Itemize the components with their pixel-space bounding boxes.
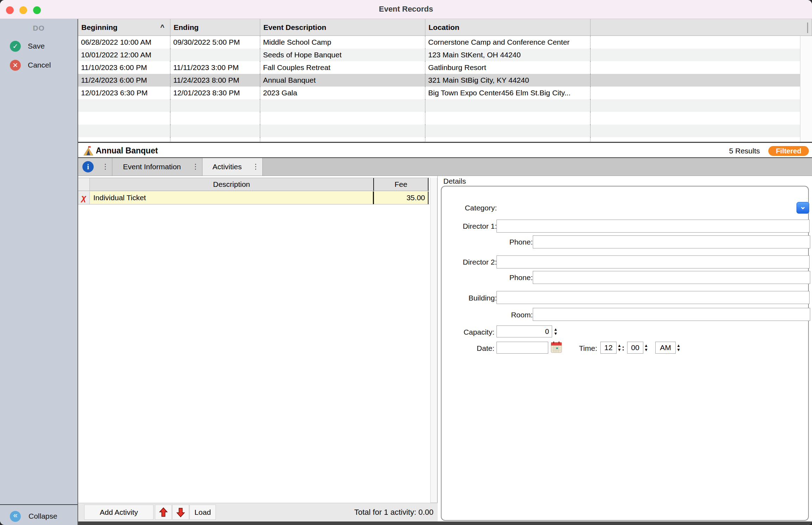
room-field[interactable]: [533, 308, 810, 321]
activities-toolbar: Add Activity Load Total for 1 activity: …: [78, 503, 438, 521]
events-table: Beginning ^ Ending Event Description Loc…: [78, 19, 812, 143]
move-up-button[interactable]: [155, 505, 172, 520]
move-down-button[interactable]: [172, 505, 189, 520]
details-panel: Details Category: ⌄ Director 1: Phone: D…: [438, 176, 812, 521]
events-table-header: Beginning ^ Ending Event Description Loc…: [78, 19, 812, 36]
tab-bar: i ⋮ Event Information ⋮ Activities ⋮: [78, 158, 812, 176]
scrollbar-thumb[interactable]: [807, 23, 808, 33]
overflow-dots-icon[interactable]: ⋮: [192, 162, 199, 171]
events-table-rows: 06/28/2022 10:00 AM 09/30/2022 5:00 PM M…: [78, 36, 812, 142]
tab-info[interactable]: i ⋮: [78, 158, 112, 176]
chevron-down-icon: ⌄: [800, 205, 806, 208]
capacity-label: Capacity:: [445, 328, 494, 337]
record-title: Annual Banquet: [96, 146, 158, 156]
table-row-empty: [78, 125, 812, 137]
activities-scrollbar[interactable]: [430, 178, 437, 503]
load-button[interactable]: Load: [189, 505, 216, 520]
title-bar: Event Records: [0, 0, 812, 19]
director1-field[interactable]: [496, 220, 810, 233]
app-window: Event Records DO ✓ Save ✕ Cancel « Colla…: [0, 0, 812, 525]
column-header-event-description[interactable]: Event Description: [260, 19, 425, 36]
room-label: Room:: [483, 311, 533, 320]
save-button[interactable]: ✓ Save: [10, 40, 45, 52]
delete-chi-icon: χ: [81, 193, 86, 203]
collapse-button[interactable]: « Collapse: [10, 510, 57, 522]
director2-label: Director 2:: [448, 258, 497, 267]
activity-fee-cell[interactable]: 35.00: [374, 191, 429, 204]
cancel-label: Cancel: [28, 61, 51, 69]
activity-description-cell[interactable]: Individual Ticket: [90, 191, 374, 204]
sidebar: DO ✓ Save ✕ Cancel « Collapse: [0, 19, 78, 525]
phone1-field[interactable]: [533, 235, 810, 248]
window-title: Event Records: [0, 5, 812, 14]
sidebar-header: DO: [0, 24, 77, 32]
column-header-description[interactable]: Description: [90, 178, 374, 191]
table-row-empty: [78, 112, 812, 125]
cancel-button[interactable]: ✕ Cancel: [10, 59, 51, 71]
tab-activities[interactable]: Activities ⋮: [202, 158, 263, 176]
column-header-empty: [591, 19, 812, 36]
date-label: Date:: [445, 344, 494, 353]
vertical-scrollbar[interactable]: [800, 36, 812, 142]
activities-panel: Description Fee χ Individual Ticket 35.0…: [78, 176, 438, 521]
check-circle-icon: ✓: [10, 41, 21, 52]
time-minute-field[interactable]: 00: [627, 342, 643, 354]
minute-stepper[interactable]: ▲ ▼: [643, 342, 649, 354]
table-row[interactable]: 10/01/2022 12:00 AM Seeds of Hope Banque…: [78, 49, 812, 61]
results-count: 5 Results: [729, 147, 760, 155]
tent-icon: [83, 146, 94, 156]
hour-stepper[interactable]: ▲ ▼: [617, 342, 622, 354]
red-arrow-up-icon: [159, 507, 168, 517]
phone2-field[interactable]: [533, 271, 810, 284]
stepper-up-icon: ▲: [644, 344, 648, 348]
table-row[interactable]: 12/01/2023 6:30 PM 12/01/2023 8:30 PM 20…: [78, 87, 812, 99]
save-label: Save: [28, 42, 45, 50]
phone2-label: Phone:: [483, 273, 533, 283]
gutter-column-header: [78, 178, 90, 191]
column-header-ending[interactable]: Ending: [170, 19, 260, 36]
activity-row[interactable]: χ Individual Ticket 35.00: [78, 191, 429, 204]
collapse-chevrons-icon: «: [10, 511, 21, 522]
director2-field[interactable]: [496, 255, 810, 268]
sort-ascending-icon: ^: [160, 23, 164, 31]
time-ampm-field[interactable]: AM: [655, 342, 676, 354]
delete-activity-button[interactable]: χ: [78, 191, 90, 204]
add-activity-button[interactable]: Add Activity: [84, 505, 154, 520]
capacity-stepper[interactable]: ▲ ▼: [553, 325, 558, 337]
close-circle-icon: ✕: [10, 60, 21, 71]
table-row[interactable]: 11/10/2023 6:00 PM 11/11/2023 3:00 PM Fa…: [78, 61, 812, 74]
building-field[interactable]: [496, 291, 810, 304]
director1-label: Director 1:: [448, 222, 497, 231]
stepper-up-icon: ▲: [617, 344, 622, 348]
column-header-fee[interactable]: Fee: [374, 178, 429, 191]
date-field[interactable]: [496, 342, 548, 354]
activities-table-header: Description Fee: [78, 178, 429, 191]
red-arrow-down-icon: [176, 507, 185, 517]
category-label: Category:: [448, 204, 497, 213]
table-row[interactable]: 06/28/2022 10:00 AM 09/30/2022 5:00 PM M…: [78, 36, 812, 49]
filtered-badge[interactable]: Filtered: [768, 146, 809, 156]
time-hour-field[interactable]: 12: [600, 342, 617, 354]
info-icon[interactable]: i: [82, 161, 94, 172]
details-title: Details: [443, 177, 466, 185]
ampm-stepper[interactable]: ▲ ▼: [676, 342, 681, 354]
window-bottom-edge: [78, 521, 812, 525]
stepper-down-icon: ▼: [676, 348, 681, 352]
stepper-up-icon: ▲: [554, 328, 558, 331]
category-dropdown-button[interactable]: ⌄: [797, 202, 809, 214]
table-row-selected[interactable]: 11/24/2023 6:00 PM 11/24/2023 8:00 PM An…: [78, 74, 812, 87]
overflow-dots-icon[interactable]: ⋮: [102, 162, 109, 171]
table-row-empty: [78, 99, 812, 112]
overflow-dots-icon[interactable]: ⋮: [252, 162, 259, 171]
capacity-field[interactable]: [496, 325, 552, 337]
stepper-down-icon: ▼: [644, 348, 648, 352]
column-header-location[interactable]: Location: [425, 19, 591, 36]
stepper-up-icon: ▲: [676, 344, 681, 348]
record-bar: Annual Banquet 5 Results Filtered: [78, 144, 812, 158]
building-label: Building:: [448, 294, 497, 303]
collapse-label: Collapse: [29, 512, 57, 520]
details-groupbox: Category: ⌄ Director 1: Phone: Director …: [441, 186, 809, 521]
tab-event-information[interactable]: Event Information ⋮: [112, 158, 202, 176]
stepper-down-icon: ▼: [617, 348, 622, 352]
column-header-beginning[interactable]: Beginning ^: [78, 19, 170, 36]
